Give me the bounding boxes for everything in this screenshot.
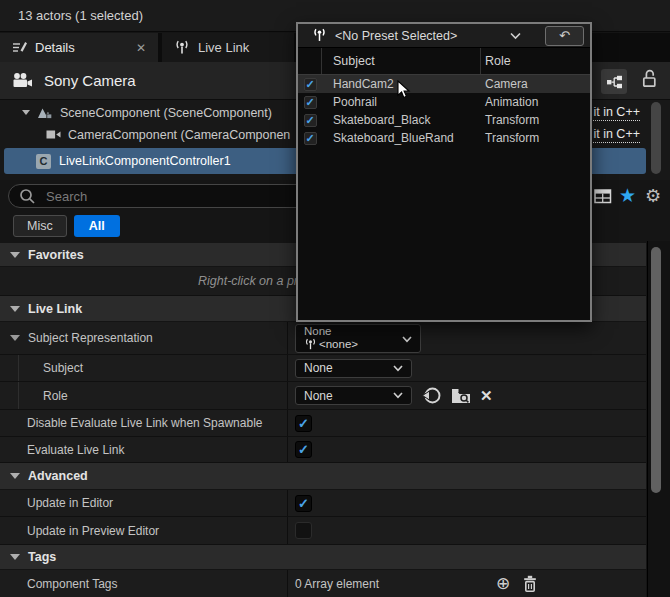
scrollbar-thumb[interactable] bbox=[651, 247, 661, 493]
tree-scrollbar[interactable] bbox=[651, 102, 661, 174]
delete-elements-icon[interactable] bbox=[522, 575, 538, 593]
property-label-cell: Evaluate Live Link bbox=[0, 437, 288, 462]
subject-column-header[interactable]: Subject bbox=[322, 48, 481, 74]
evaluate-live-link-checkbox[interactable] bbox=[295, 441, 312, 458]
dropdown-value: None bbox=[304, 389, 333, 403]
settings-gear-icon[interactable]: ⚙ bbox=[645, 183, 661, 209]
section-caret-icon bbox=[10, 554, 20, 560]
section-caret-icon bbox=[10, 252, 20, 258]
dropdown-value: None bbox=[304, 325, 412, 338]
preset-selector-bar[interactable]: <No Preset Selected> ↶ bbox=[298, 24, 590, 48]
property-label: Disable Evaluate Live Link when Spawnabl… bbox=[27, 416, 262, 430]
filter-misc-label: Misc bbox=[27, 219, 53, 233]
section-title: Favorites bbox=[28, 248, 84, 262]
undo-button[interactable]: ↶ bbox=[545, 26, 584, 46]
row-disable-evaluate: Disable Evaluate Live Link when Spawnabl… bbox=[0, 410, 646, 437]
tab-details-label: Details bbox=[35, 40, 75, 55]
chevron-down-icon bbox=[393, 392, 403, 399]
mouse-cursor bbox=[397, 80, 412, 99]
row-role: Role None ✕ bbox=[0, 382, 646, 410]
edit-blueprint-button[interactable] bbox=[601, 69, 627, 94]
subject-row-handcam2[interactable]: HandCam2 Camera bbox=[298, 75, 590, 93]
filter-all-button[interactable]: All bbox=[74, 215, 120, 237]
subject-role: Transform bbox=[481, 131, 590, 145]
subject-dropdown[interactable]: None bbox=[295, 359, 412, 378]
row-subject-representation: Subject Representation None <none> bbox=[0, 322, 646, 355]
property-label: Evaluate Live Link bbox=[27, 443, 124, 457]
property-label: Update in Editor bbox=[27, 496, 113, 510]
section-tags[interactable]: Tags bbox=[0, 545, 646, 570]
filter-all-label: All bbox=[89, 219, 105, 233]
close-icon[interactable]: ✕ bbox=[136, 41, 146, 55]
subject-enabled-checkbox[interactable] bbox=[304, 132, 317, 145]
subject-name: Skateboard_Black bbox=[322, 113, 481, 127]
subject-enabled-checkbox[interactable] bbox=[304, 78, 317, 91]
update-in-editor-checkbox[interactable] bbox=[295, 495, 312, 512]
subject-row-skateboard-black[interactable]: Skateboard_Black Transform bbox=[298, 111, 590, 129]
array-count-text: 0 Array element bbox=[295, 577, 379, 591]
property-label-cell: Update in Preview Editor bbox=[0, 517, 288, 544]
favorites-hint-text: Right-click on a pro bbox=[198, 274, 305, 288]
role-dropdown[interactable]: None bbox=[295, 386, 412, 405]
section-caret-icon bbox=[10, 473, 20, 479]
favorites-filter-star-icon[interactable]: ★ bbox=[619, 183, 636, 209]
clear-value-icon[interactable]: ✕ bbox=[480, 387, 493, 405]
display-options-icon[interactable] bbox=[594, 189, 612, 204]
add-element-icon[interactable]: ⊕ bbox=[496, 575, 510, 592]
use-selected-asset-icon[interactable] bbox=[421, 386, 442, 405]
tab-live-link[interactable]: Live Link bbox=[162, 33, 294, 62]
subjects-table-header: Subject Role bbox=[298, 48, 590, 75]
chevron-down-icon[interactable] bbox=[510, 32, 521, 40]
row-evaluate-live-link: Evaluate Live Link bbox=[0, 437, 646, 463]
filter-misc-button[interactable]: Misc bbox=[13, 215, 67, 237]
browse-asset-icon[interactable] bbox=[451, 388, 471, 404]
subject-representation-dropdown[interactable]: None <none> bbox=[295, 324, 421, 353]
details-panel-window: 13 actors (1 selected) Details ✕ Live Li… bbox=[0, 0, 670, 597]
section-title: Advanced bbox=[28, 469, 88, 483]
subject-enabled-checkbox[interactable] bbox=[304, 114, 317, 127]
component-title: Sony Camera bbox=[44, 72, 136, 89]
property-label-cell: Update in Editor bbox=[0, 490, 288, 516]
enabled-column-header bbox=[298, 48, 322, 74]
camera-component-icon bbox=[46, 129, 61, 140]
row-update-in-preview-editor: Update in Preview Editor bbox=[0, 517, 646, 545]
tree-row-label: SceneComponent (SceneComponent) bbox=[60, 106, 272, 120]
subject-row-skateboard-bluerand[interactable]: Skateboard_BlueRand Transform bbox=[298, 129, 590, 147]
property-label-cell: Subject Representation bbox=[0, 322, 288, 354]
section-title: Tags bbox=[28, 550, 56, 564]
antenna-small-icon bbox=[304, 338, 317, 351]
properties-scrollbar[interactable] bbox=[647, 241, 670, 597]
edit-in-cpp-link[interactable]: it in C++ bbox=[593, 105, 640, 121]
property-label-cell: Component Tags bbox=[0, 570, 288, 597]
section-advanced[interactable]: Advanced bbox=[0, 463, 646, 490]
filter-buttons: Misc All bbox=[13, 215, 120, 237]
update-in-preview-editor-checkbox[interactable] bbox=[295, 522, 312, 539]
row-caret-icon[interactable] bbox=[10, 335, 20, 341]
tab-details[interactable]: Details ✕ bbox=[0, 33, 158, 62]
role-column-header[interactable]: Role bbox=[481, 48, 590, 74]
property-label-cell: Role bbox=[0, 382, 288, 409]
row-subject: Subject None bbox=[0, 355, 646, 382]
row-component-tags: Component Tags 0 Array element ⊕ bbox=[0, 570, 646, 597]
expand-caret-icon[interactable] bbox=[22, 110, 30, 115]
tree-row-label: LiveLinkComponentController1 bbox=[59, 154, 231, 168]
cine-camera-icon bbox=[13, 73, 33, 88]
preset-selector-label: <No Preset Selected> bbox=[335, 29, 502, 43]
antenna-icon bbox=[312, 28, 327, 43]
actors-status-text: 13 actors (1 selected) bbox=[18, 8, 143, 23]
chevron-down-icon bbox=[393, 365, 403, 372]
lock-open-icon[interactable] bbox=[642, 69, 658, 88]
tab-live-link-label: Live Link bbox=[198, 40, 249, 55]
dropdown-value: None bbox=[304, 361, 333, 375]
property-label: Subject bbox=[43, 361, 83, 375]
property-label: Update in Preview Editor bbox=[27, 524, 159, 538]
disable-evaluate-checkbox[interactable] bbox=[295, 415, 312, 432]
live-link-preset-popup: <No Preset Selected> ↶ Subject Role Hand… bbox=[296, 22, 592, 322]
details-icon bbox=[12, 41, 27, 54]
property-label: Component Tags bbox=[27, 577, 118, 591]
subject-enabled-checkbox[interactable] bbox=[304, 96, 317, 109]
search-icon bbox=[19, 188, 36, 205]
column-label: Role bbox=[485, 54, 511, 68]
edit-in-cpp-link[interactable]: it in C++ bbox=[593, 127, 640, 143]
subject-row-poohrail[interactable]: Poohrail Animation bbox=[298, 93, 590, 111]
